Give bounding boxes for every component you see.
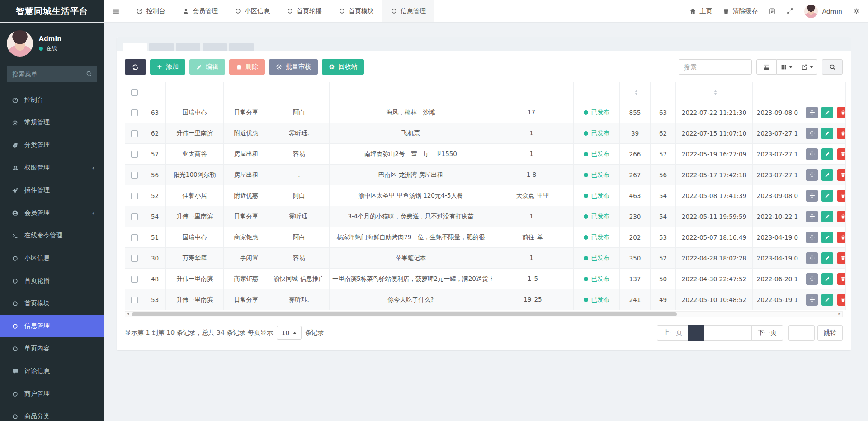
move-row-button[interactable] <box>806 128 818 139</box>
edit-row-button[interactable] <box>821 190 833 202</box>
row-checkbox[interactable] <box>131 255 138 262</box>
fullscreen-button[interactable] <box>787 8 793 14</box>
sidebar-item[interactable]: 权限管理 ‹ <box>0 156 104 179</box>
sidebar-item[interactable]: 会员管理 ‹ <box>0 202 104 224</box>
status-tab[interactable] <box>123 43 147 51</box>
detail-view-button[interactable] <box>756 59 777 75</box>
delete-row-button[interactable] <box>837 128 846 139</box>
batch-review-button[interactable]: 批量审核 <box>269 59 318 75</box>
edit-row-button[interactable] <box>821 148 833 160</box>
move-row-button[interactable] <box>806 148 818 160</box>
row-checkbox[interactable] <box>131 297 138 303</box>
delete-row-button[interactable] <box>837 211 846 222</box>
delete-button[interactable]: 删除 <box>229 59 265 75</box>
topnav-tab[interactable]: 首页轮播 <box>278 0 330 22</box>
sidebar-item[interactable]: 插件管理 <box>0 179 104 202</box>
delete-row-button[interactable] <box>837 148 846 160</box>
sidebar-item[interactable]: 在线命令管理 <box>0 224 104 247</box>
row-checkbox[interactable] <box>131 213 138 220</box>
move-row-button[interactable] <box>806 294 818 306</box>
add-button[interactable]: 添加 <box>150 59 185 75</box>
edit-row-button[interactable] <box>821 232 833 243</box>
select-all-checkbox[interactable] <box>131 89 138 96</box>
page-number-button[interactable] <box>704 325 720 341</box>
delete-row-button[interactable] <box>837 252 846 264</box>
page-number-button[interactable] <box>688 325 704 341</box>
scroll-right-icon[interactable]: ► <box>839 312 841 316</box>
move-row-button[interactable] <box>806 211 818 222</box>
columns-button[interactable] <box>777 59 797 75</box>
topnav-tab[interactable]: 会员管理 <box>174 0 226 22</box>
recycle-bin-button[interactable]: ♻ 回收站 <box>322 59 364 75</box>
move-row-button[interactable] <box>806 273 818 285</box>
jump-page-input[interactable] <box>788 325 815 341</box>
row-checkbox[interactable] <box>131 193 138 199</box>
row-checkbox[interactable] <box>131 172 138 179</box>
page-number-button[interactable] <box>736 325 752 341</box>
delete-row-button[interactable] <box>837 190 846 202</box>
delete-row-button[interactable] <box>837 169 846 181</box>
sidebar-item[interactable]: 商户管理 <box>0 383 104 405</box>
table-search-input[interactable] <box>679 59 752 75</box>
edit-row-button[interactable] <box>821 252 833 264</box>
delete-row-button[interactable] <box>837 273 846 285</box>
move-row-button[interactable] <box>806 252 818 264</box>
sidebar-item[interactable]: 小区信息 <box>0 247 104 270</box>
sidebar-item[interactable]: 常规管理 <box>0 111 104 134</box>
settings-button[interactable] <box>853 8 860 14</box>
edit-row-button[interactable] <box>821 169 833 181</box>
prev-page-button[interactable]: 上一页 <box>657 325 689 341</box>
scrollbar-thumb[interactable] <box>132 312 677 316</box>
user-menu[interactable]: Admin <box>804 5 842 18</box>
hamburger-menu-button[interactable] <box>104 0 127 22</box>
export-button[interactable] <box>797 59 817 75</box>
row-checkbox[interactable] <box>131 109 138 116</box>
page-number-button[interactable] <box>720 325 736 341</box>
row-checkbox[interactable] <box>131 276 138 283</box>
edit-row-button[interactable] <box>821 273 833 285</box>
sidebar-item[interactable]: 评论信息 <box>0 360 104 383</box>
edit-row-button[interactable] <box>821 128 833 139</box>
sidebar-item[interactable]: 首页轮播 <box>0 270 104 292</box>
edit-row-button[interactable] <box>821 211 833 222</box>
status-tab[interactable] <box>149 43 174 51</box>
row-checkbox[interactable] <box>131 234 138 241</box>
topnav-tab[interactable]: 信息管理 <box>382 0 434 22</box>
topnav-tab[interactable]: 小区信息 <box>226 0 278 22</box>
clear-cache-link[interactable]: 清除缓存 <box>723 7 758 15</box>
sidebar-item[interactable]: 信息管理 <box>0 315 104 337</box>
jump-button[interactable]: 跳转 <box>817 325 843 341</box>
horizontal-scrollbar[interactable]: ◄ ► <box>125 311 843 317</box>
status-tab[interactable] <box>203 43 227 51</box>
status-tab[interactable] <box>176 43 200 51</box>
page-size-select[interactable]: 10 <box>277 326 302 340</box>
row-checkbox[interactable] <box>131 151 138 158</box>
sidebar-item[interactable]: 分类管理 <box>0 134 104 156</box>
next-page-button[interactable]: 下一页 <box>751 325 783 341</box>
refresh-button[interactable] <box>125 59 146 75</box>
edit-button[interactable]: 编辑 <box>189 59 225 75</box>
sidebar-item[interactable]: 控制台 <box>0 89 104 111</box>
delete-row-button[interactable] <box>837 232 846 243</box>
search-button[interactable] <box>822 59 843 75</box>
home-link[interactable]: 主页 <box>689 7 712 15</box>
topnav-tab[interactable]: 控制台 <box>127 0 174 22</box>
delete-row-button[interactable] <box>837 294 846 306</box>
scroll-left-icon[interactable]: ◄ <box>127 312 129 316</box>
sidebar-search-input[interactable] <box>7 66 97 82</box>
move-row-button[interactable] <box>806 190 818 202</box>
move-row-button[interactable] <box>806 107 818 118</box>
edit-row-button[interactable] <box>821 294 833 306</box>
row-checkbox[interactable] <box>131 130 138 137</box>
delete-row-button[interactable] <box>837 107 846 118</box>
sort-icon[interactable] <box>713 90 717 95</box>
sidebar-item[interactable]: 首页模块 <box>0 292 104 315</box>
move-row-button[interactable] <box>806 169 818 181</box>
sidebar-item[interactable]: 单页内容 <box>0 337 104 360</box>
sort-icon[interactable] <box>634 90 638 95</box>
sidebar-item[interactable]: 商品分类 <box>0 405 104 421</box>
log-button[interactable] <box>769 8 776 15</box>
move-row-button[interactable] <box>806 232 818 243</box>
edit-row-button[interactable] <box>821 107 833 118</box>
status-tab[interactable] <box>229 43 254 51</box>
